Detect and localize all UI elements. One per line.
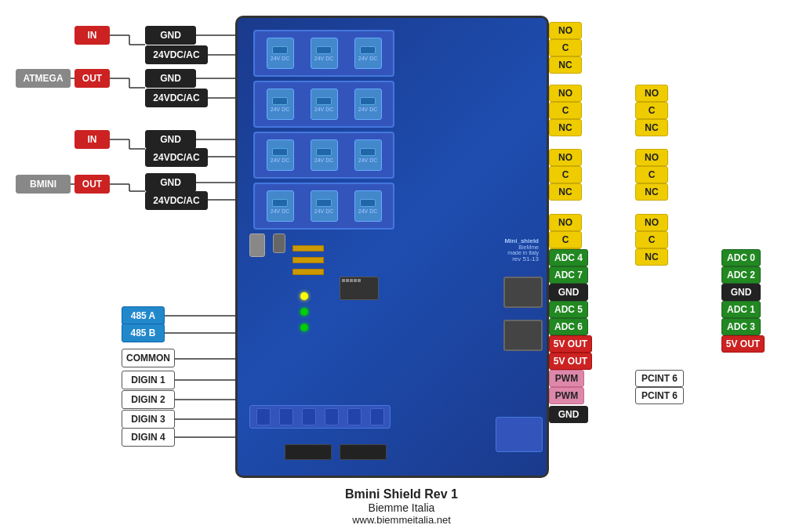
no1-label: NO	[549, 22, 582, 39]
no2-outer-label: NO	[635, 85, 668, 102]
atmega-label: ATMEGA	[16, 69, 71, 88]
digin2-label: DIGIN 2	[122, 390, 175, 409]
fivev-out2-label: 5V OUT	[549, 353, 592, 370]
adc3-label: ADC 3	[721, 318, 761, 335]
no2-label: NO	[549, 85, 582, 102]
gnd-r-label: GND	[721, 284, 761, 301]
diagram: ATMEGA BMINI IN OUT IN OUT GND 24VDC/AC …	[0, 0, 803, 532]
c2-outer-label: C	[635, 102, 668, 119]
pcb-board: 24V DC 24V DC 24V DC 24V DC	[235, 16, 549, 478]
c1-label: C	[549, 39, 582, 56]
gnd-b-label: GND	[549, 406, 588, 423]
nc4-outer-label: NC	[635, 248, 668, 266]
no4-outer-label: NO	[635, 214, 668, 231]
out2-label: OUT	[74, 175, 110, 194]
c3-label: C	[549, 166, 582, 183]
c4-label: C	[549, 231, 582, 248]
fivev-out1-label: 5V OUT	[549, 335, 592, 353]
fivev-out3-label: 5V OUT	[721, 335, 765, 353]
gnd2-label: GND	[145, 69, 196, 88]
in1-label: IN	[74, 26, 110, 45]
no3-label: NO	[549, 149, 582, 166]
digin4-label: DIGIN 4	[122, 428, 175, 447]
pcint6-1-label: PCINT 6	[635, 370, 684, 387]
vdc2-label: 24VDC/AC	[145, 89, 208, 107]
website-url: www.biemmeitalia.net	[0, 514, 803, 526]
adc4-label: ADC 4	[549, 249, 588, 266]
adc6-label: ADC 6	[549, 318, 588, 335]
gnd1-label: GND	[145, 26, 196, 45]
vdc4-label: 24VDC/AC	[145, 191, 208, 210]
board-title: Bmini Shield Rev 1	[0, 487, 803, 501]
vdc1-label: 24VDC/AC	[145, 45, 208, 64]
adc0-label: ADC 0	[721, 249, 761, 266]
vdc3-label: 24VDC/AC	[145, 148, 208, 167]
pwm1-label: PWM	[549, 370, 584, 387]
nc1-label: NC	[549, 56, 582, 74]
adc1-label: ADC 1	[721, 301, 761, 318]
digin3-label: DIGIN 3	[122, 410, 175, 429]
out1-label: OUT	[74, 69, 110, 88]
adc7-label: ADC 7	[549, 266, 588, 284]
in2-label: IN	[74, 130, 110, 149]
nc2-outer-label: NC	[635, 119, 668, 136]
pcint6-2-label: PCINT 6	[635, 387, 684, 404]
no4-label: NO	[549, 214, 582, 231]
rs485b-label: 485 B	[122, 324, 165, 342]
bmini-label: BMINI	[16, 175, 71, 194]
footer: Bmini Shield Rev 1 Biemme Italia www.bie…	[0, 487, 803, 526]
gnd3-label: GND	[145, 130, 196, 149]
nc2-label: NC	[549, 119, 582, 136]
nc3-label: NC	[549, 183, 582, 201]
common-label: COMMON	[122, 349, 175, 367]
digin1-label: DIGIN 1	[122, 371, 175, 389]
adc2-label: ADC 2	[721, 266, 761, 284]
rs485a-label: 485 A	[122, 306, 165, 325]
c2-label: C	[549, 102, 582, 119]
gnd-l-label: GND	[549, 284, 588, 301]
c4-outer-label: C	[635, 231, 668, 248]
adc5-label: ADC 5	[549, 301, 588, 318]
gnd4-label: GND	[145, 173, 196, 192]
nc3-outer-label: NC	[635, 183, 668, 201]
company-name: Biemme Italia	[0, 501, 803, 514]
pwm2-label: PWM	[549, 387, 584, 404]
no3-outer-label: NO	[635, 149, 668, 166]
c3-outer-label: C	[635, 166, 668, 183]
